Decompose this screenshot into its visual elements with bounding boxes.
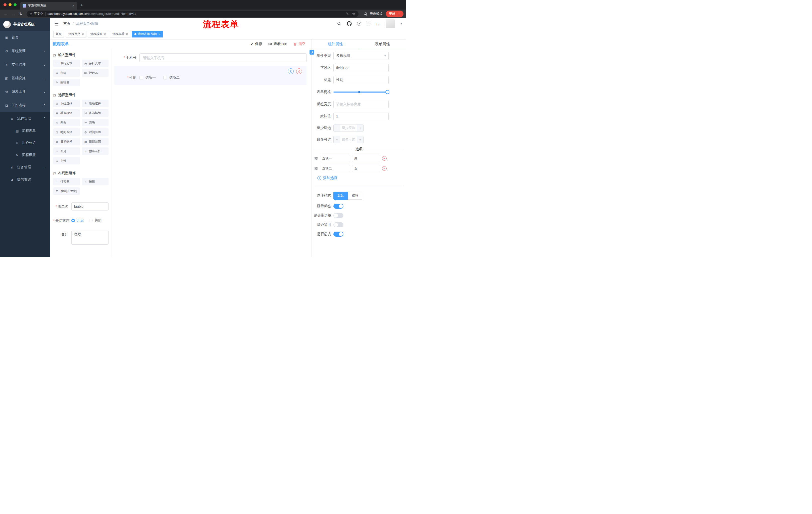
palette-item-upload[interactable]: ↥上传 (53, 157, 80, 164)
font-size-icon[interactable]: TT (376, 22, 380, 26)
default-value-input[interactable] (334, 112, 389, 120)
palette-item-time-picker[interactable]: ◷时间选择 (53, 128, 80, 136)
window-close-button[interactable] (3, 3, 6, 6)
increase-button[interactable]: + (357, 136, 363, 143)
option-label-input[interactable] (320, 155, 350, 162)
sidebar-item-process-mgmt[interactable]: ≣ 流程管理 ⌃ (0, 112, 50, 125)
palette-item-checkbox-group[interactable]: ☑多选框组 (82, 109, 109, 117)
back-icon[interactable]: ← (2, 12, 9, 16)
tag-close-icon[interactable]: × (82, 32, 84, 36)
canvas-field-phone[interactable]: 手机号 (114, 51, 307, 64)
decrease-button[interactable]: − (334, 136, 340, 143)
fullscreen-icon[interactable] (367, 22, 371, 26)
search-icon[interactable] (337, 21, 342, 26)
window-zoom-button[interactable] (13, 3, 17, 6)
palette-item-time-range[interactable]: ◴时间范围 (82, 128, 109, 136)
help-icon[interactable]: ? (357, 22, 361, 26)
checkbox-option-2[interactable]: 选项二 (163, 76, 180, 80)
security-label[interactable]: 不安全 (34, 12, 44, 16)
link-icon[interactable] (310, 50, 314, 55)
option-value-input[interactable] (352, 155, 380, 162)
checkbox-icon[interactable] (140, 76, 143, 79)
border-switch[interactable] (334, 213, 343, 218)
slider-track[interactable] (334, 91, 389, 92)
component-type-select[interactable]: 多选框组 ▾ (334, 52, 389, 60)
sidebar-item-task-mgmt[interactable]: ⋔ 任务管理 ⌄ (0, 161, 50, 173)
title-input[interactable] (334, 76, 389, 84)
tab-form-props[interactable]: 表单属性 (359, 39, 406, 49)
palette-item-select[interactable]: ◎下拉选择 (53, 100, 80, 107)
required-switch[interactable] (334, 232, 343, 237)
disabled-switch[interactable] (334, 222, 343, 227)
new-tab-button[interactable]: + (80, 3, 83, 8)
palette-item-switch[interactable]: ⊜开关 (53, 119, 80, 126)
tag-process-model[interactable]: 流程模型 × (88, 31, 109, 37)
sidebar-item-workflow[interactable]: ◪ 工作流程 ⌃ (0, 99, 50, 112)
sidebar-item-home[interactable]: ▣ 首页 (0, 31, 50, 44)
tag-process-form-edit[interactable]: 流程表单-编辑 × (132, 31, 163, 37)
view-json-button[interactable]: 查看json (268, 42, 287, 46)
style-button-button[interactable]: 按钮 (348, 192, 362, 200)
palette-item-button[interactable]: ☝按钮 (82, 178, 109, 185)
browser-tab[interactable]: 芋道管理系统 × (20, 2, 77, 9)
tab-component-props[interactable]: 组件属性 (312, 39, 359, 49)
label-width-input[interactable] (334, 100, 389, 108)
form-grid-slider[interactable] (334, 88, 389, 96)
palette-item-slider[interactable]: ⊸滑块 (82, 119, 109, 126)
palette-item-date-picker[interactable]: ▦日期选择 (53, 138, 80, 145)
sidebar-item-process-form[interactable]: ▤ 流程表单 (0, 125, 50, 137)
sidebar-item-infrastructure[interactable]: ◧ 基础设施 ⌄ (0, 72, 50, 85)
palette-item-table[interactable]: ⊞表格[开发中] (53, 187, 80, 195)
sidebar-item-user-group[interactable]: ☺ 用户分组 (0, 137, 50, 149)
option-label-input[interactable] (320, 165, 350, 172)
palette-item-radio-group[interactable]: ◉单选框组 (53, 109, 80, 117)
style-default-button[interactable]: 默认 (334, 192, 348, 200)
palette-item-row-container[interactable]: ◫行容器 (53, 178, 80, 185)
palette-item-editor[interactable]: ✎编辑器 (53, 79, 80, 86)
remove-option-button[interactable]: − (382, 166, 387, 171)
remark-textarea[interactable]: 嘿嘿 (71, 231, 109, 245)
form-name-input[interactable] (71, 202, 109, 211)
reload-icon[interactable]: ↻ (18, 11, 24, 16)
option-value-input[interactable] (352, 165, 380, 172)
radio-status-on[interactable]: 开启 (71, 218, 84, 223)
drag-handle-icon[interactable] (314, 167, 318, 170)
palette-item-cascader[interactable]: ⋔级联选择 (82, 100, 109, 107)
browser-menu-icon[interactable]: ⋮ (397, 12, 401, 16)
palette-item-password[interactable]: ◈密码 (53, 69, 80, 77)
forward-icon[interactable]: → (10, 12, 17, 16)
tag-close-icon[interactable]: × (158, 32, 161, 36)
max-select-value[interactable]: 最多可选 (340, 136, 357, 143)
avatar-caret-icon[interactable]: ▾ (401, 22, 402, 25)
palette-item-single-line-text[interactable]: ▭单行文本 (53, 60, 80, 67)
tag-home[interactable]: 首页 (53, 31, 64, 37)
tag-process-form[interactable]: 流程表单 × (110, 31, 130, 37)
checkbox-icon[interactable] (163, 76, 167, 79)
palette-item-date-range[interactable]: ▩日期范围 (82, 138, 109, 145)
add-option-button[interactable]: + 添加选项 (312, 176, 406, 180)
radio-status-off[interactable]: 关闭 (89, 218, 102, 223)
sidebar-item-system-mgmt[interactable]: ⚙ 系统管理 ⌄ (0, 44, 50, 58)
menu-collapse-icon[interactable] (54, 21, 59, 26)
field-name-input[interactable] (334, 64, 389, 72)
breadcrumb-home[interactable]: 首页 (63, 21, 70, 26)
sidebar-item-process-model[interactable]: ➤ 流程模型 (0, 149, 50, 161)
drag-handle-icon[interactable] (314, 157, 318, 160)
checkbox-option-1[interactable]: 选项一 (140, 76, 156, 80)
decrease-button[interactable]: − (334, 125, 340, 132)
window-minimize-button[interactable] (8, 3, 11, 6)
avatar[interactable] (386, 19, 395, 28)
phone-input[interactable] (140, 53, 307, 62)
tag-close-icon[interactable]: × (104, 32, 106, 36)
tag-close-icon[interactable]: × (126, 32, 128, 36)
palette-item-multi-line-text[interactable]: ▤多行文本 (82, 60, 109, 67)
update-button[interactable]: 更新 ⋮ (386, 10, 404, 17)
slider-handle[interactable] (385, 90, 389, 94)
tag-process-definition[interactable]: 流程定义 × (66, 31, 86, 37)
show-label-switch[interactable] (334, 204, 343, 209)
delete-component-button[interactable] (296, 69, 302, 74)
sidebar-item-dev-tools[interactable]: ⚒ 研发工具 ⌄ (0, 85, 50, 99)
bookmark-star-icon[interactable]: ☆ (352, 11, 355, 16)
palette-item-counter[interactable]: 123计数器 (82, 69, 109, 77)
save-button[interactable]: ✓ 保存 (251, 42, 262, 46)
